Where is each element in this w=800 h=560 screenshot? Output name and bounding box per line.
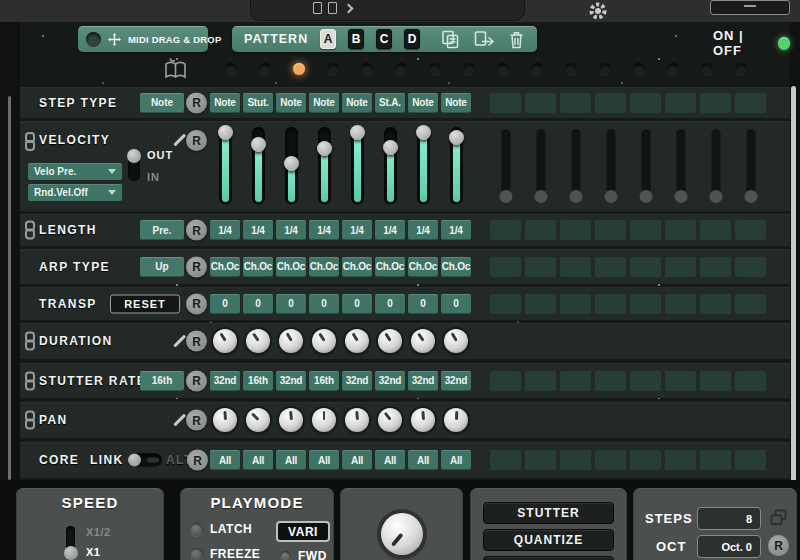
- arp-type-cell[interactable]: Ch.Oc: [276, 257, 306, 277]
- copy-icon[interactable]: [440, 29, 461, 50]
- step-type-master-select[interactable]: Note: [140, 93, 184, 113]
- stutter-rate-cell[interactable]: 32nd: [342, 371, 372, 391]
- randomize-button[interactable]: R: [186, 370, 207, 391]
- velocity-slider[interactable]: [210, 127, 240, 205]
- length-cell[interactable]: 1/4: [309, 220, 339, 240]
- pan-knob[interactable]: [345, 408, 369, 432]
- length-cell[interactable]: 1/4: [210, 220, 240, 240]
- master-knob[interactable]: [381, 513, 423, 555]
- page-view-icon[interactable]: [313, 2, 322, 14]
- step-led[interactable]: [327, 63, 339, 75]
- freeze-label[interactable]: FREEZE: [210, 547, 260, 560]
- step-type-cell[interactable]: Note: [309, 93, 339, 113]
- speed-option-full[interactable]: X1: [86, 546, 100, 558]
- arp-type-cell[interactable]: Ch.Oc: [408, 257, 438, 277]
- transpose-cell[interactable]: 0: [309, 294, 339, 314]
- randomize-button[interactable]: R: [186, 256, 207, 277]
- velocity-slider[interactable]: [309, 127, 339, 205]
- step-type-cell[interactable]: Note: [342, 93, 372, 113]
- stutter-rate-cell[interactable]: 32nd: [408, 371, 438, 391]
- step-led[interactable]: [531, 63, 543, 75]
- latch-label[interactable]: LATCH: [210, 522, 252, 536]
- speed-option-half[interactable]: X1/2: [86, 526, 111, 538]
- freeze-radio[interactable]: [190, 548, 203, 560]
- core-cell[interactable]: All: [408, 450, 438, 470]
- transpose-cell[interactable]: 0: [342, 294, 372, 314]
- oct-value-box[interactable]: Oct. 0: [697, 535, 761, 558]
- step-type-cell[interactable]: Stut.: [243, 93, 273, 113]
- transpose-cell[interactable]: 0: [210, 294, 240, 314]
- pattern-c-button[interactable]: C: [376, 29, 392, 49]
- pattern-b-button[interactable]: B: [348, 29, 364, 49]
- step-type-cell[interactable]: Note: [210, 93, 240, 113]
- velocity-random-select[interactable]: Rnd.Vel.Off: [28, 184, 122, 201]
- pattern-a-button[interactable]: A: [320, 29, 336, 49]
- step-led[interactable]: [293, 63, 305, 75]
- randomize-button[interactable]: R: [186, 293, 207, 314]
- step-led[interactable]: [497, 63, 509, 75]
- arp-type-cell[interactable]: Ch.Oc: [309, 257, 339, 277]
- stutter-button[interactable]: STUTTER: [483, 502, 614, 524]
- stutter-rate-cell[interactable]: 32nd: [210, 371, 240, 391]
- arp-type-cell[interactable]: Ch.Oc: [441, 257, 471, 277]
- step-led[interactable]: [361, 63, 373, 75]
- pan-knob[interactable]: [378, 408, 402, 432]
- transpose-cell[interactable]: 0: [408, 294, 438, 314]
- steps-value-box[interactable]: 8: [697, 507, 761, 530]
- duration-knob[interactable]: [279, 329, 303, 353]
- step-led[interactable]: [701, 63, 713, 75]
- randomize-button[interactable]: R: [186, 331, 207, 352]
- duration-knob[interactable]: [378, 329, 402, 353]
- step-type-cell[interactable]: Note: [441, 93, 471, 113]
- extra-button[interactable]: [483, 556, 614, 560]
- in-label[interactable]: IN: [147, 171, 160, 183]
- stutter-rate-master-select[interactable]: 16th: [140, 371, 184, 391]
- core-cell[interactable]: All: [210, 450, 240, 470]
- speed-slider[interactable]: [66, 526, 75, 558]
- velocity-slider[interactable]: [243, 127, 273, 205]
- core-cell[interactable]: All: [276, 450, 306, 470]
- pattern-d-button[interactable]: D: [404, 29, 420, 49]
- duration-knob[interactable]: [246, 329, 270, 353]
- step-led[interactable]: [599, 63, 611, 75]
- out-in-toggle[interactable]: [128, 150, 140, 181]
- chevron-right-icon[interactable]: [344, 3, 354, 13]
- paste-export-icon[interactable]: [473, 29, 496, 50]
- duration-knob[interactable]: [213, 329, 237, 353]
- right-scrollbar[interactable]: [791, 86, 796, 482]
- pan-knob[interactable]: [246, 408, 270, 432]
- stutter-rate-cell[interactable]: 32nd: [276, 371, 306, 391]
- transpose-cell[interactable]: 0: [243, 294, 273, 314]
- stutter-rate-cell[interactable]: 32nd: [441, 371, 471, 391]
- randomize-button[interactable]: R: [186, 92, 207, 113]
- chain-link-icon[interactable]: [25, 332, 36, 351]
- midi-drag-drop-button[interactable]: MIDI DRAG & DROP: [78, 26, 208, 52]
- transpose-reset-button[interactable]: RESET: [110, 294, 180, 313]
- step-type-cell[interactable]: Note: [276, 93, 306, 113]
- oct-randomize-button[interactable]: R: [768, 535, 789, 556]
- arp-type-cell[interactable]: Ch.Oc: [342, 257, 372, 277]
- length-master-select[interactable]: Pre.: [140, 220, 184, 240]
- chain-link-icon[interactable]: [25, 221, 36, 240]
- arp-type-cell[interactable]: Ch.Oc: [210, 257, 240, 277]
- step-led[interactable]: [225, 63, 237, 75]
- link-toggle[interactable]: [128, 454, 162, 467]
- step-led[interactable]: [565, 63, 577, 75]
- duration-knob[interactable]: [411, 329, 435, 353]
- trash-icon[interactable]: [508, 30, 525, 49]
- fwd-radio[interactable]: [280, 551, 291, 560]
- pan-knob[interactable]: [279, 408, 303, 432]
- step-led[interactable]: [633, 63, 645, 75]
- velocity-preset-select[interactable]: Velo Pre.: [28, 163, 122, 180]
- step-type-cell[interactable]: Note: [408, 93, 438, 113]
- pan-knob[interactable]: [411, 408, 435, 432]
- length-cell[interactable]: 1/4: [243, 220, 273, 240]
- chain-link-icon[interactable]: [25, 132, 36, 151]
- step-led[interactable]: [429, 63, 441, 75]
- randomize-button[interactable]: R: [187, 450, 208, 471]
- velocity-slider[interactable]: [441, 127, 471, 205]
- stutter-rate-cell[interactable]: 16th: [309, 371, 339, 391]
- step-led[interactable]: [395, 63, 407, 75]
- preset-book-icon[interactable]: [163, 57, 188, 80]
- length-cell[interactable]: 1/4: [408, 220, 438, 240]
